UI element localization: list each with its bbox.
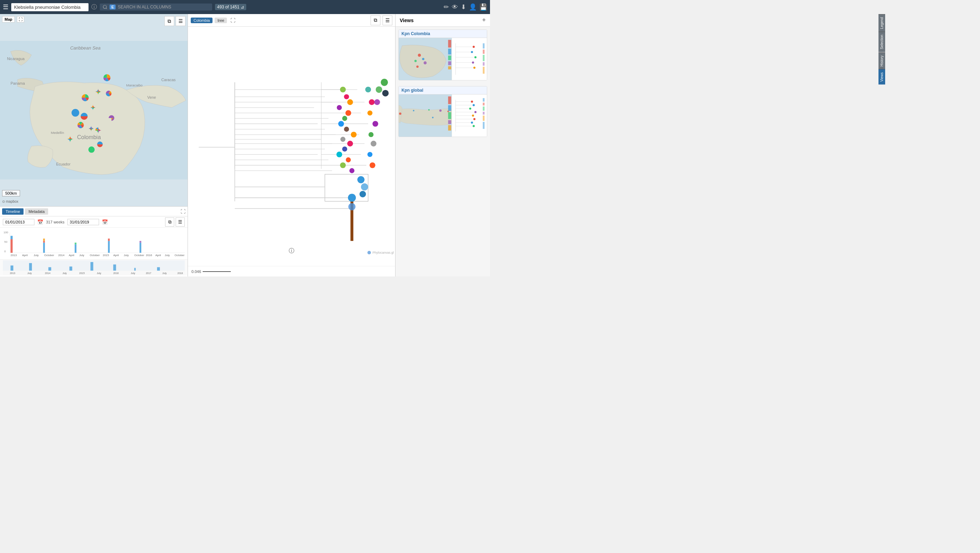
svg-point-122	[368, 152, 372, 157]
view-card-kpn-colombia[interactable]: Kpn Colombia	[398, 30, 487, 80]
svg-text:July: July	[97, 272, 101, 275]
svg-rect-30	[140, 241, 141, 243]
phylocanvas-logo: Phylocanvas.gl	[367, 250, 394, 255]
svg-point-116	[365, 87, 371, 92]
svg-rect-171	[448, 96, 451, 104]
map-menu-btn[interactable]: ☰	[176, 16, 186, 26]
tree-sliders-btn[interactable]: ⧉	[371, 16, 380, 25]
info-icon[interactable]: ⓘ	[91, 3, 97, 11]
end-date-input[interactable]	[67, 219, 99, 225]
svg-text:Maracaibo: Maracaibo	[126, 83, 143, 87]
svg-rect-175	[448, 125, 451, 130]
timeline-menu-btn[interactable]: ☰	[176, 217, 185, 226]
svg-text:Caribbean Sea: Caribbean Sea	[70, 45, 101, 51]
end-date-calendar-icon[interactable]: 📅	[102, 219, 108, 225]
svg-point-124	[357, 176, 364, 183]
user-icon[interactable]: 👤	[469, 3, 477, 11]
svg-point-110	[347, 141, 353, 147]
svg-point-130	[348, 203, 356, 210]
svg-text:July: July	[27, 272, 32, 275]
svg-text:Ecuador: Ecuador	[56, 162, 71, 166]
svg-point-192	[473, 125, 474, 127]
svg-point-103	[337, 105, 342, 110]
tree-tag[interactable]: tree	[215, 18, 227, 23]
eye-icon[interactable]: 👁	[452, 3, 458, 11]
add-view-btn[interactable]: +	[482, 16, 486, 24]
svg-rect-49	[11, 266, 13, 271]
tab-timeline[interactable]: Timeline	[2, 208, 24, 215]
timeline-expand-btn[interactable]: ⛶	[181, 209, 186, 214]
filter-icon[interactable]: ⊿	[240, 5, 244, 10]
svg-point-129	[348, 194, 356, 202]
svg-point-109	[340, 137, 345, 142]
svg-point-133	[381, 79, 388, 86]
svg-text:July: July	[62, 272, 67, 275]
svg-point-188	[474, 111, 476, 113]
svg-point-119	[372, 121, 378, 126]
view-card-kpn-global[interactable]: Kpn global	[398, 86, 487, 137]
svg-rect-162	[483, 62, 484, 66]
map-expand-btn[interactable]: ⛶	[17, 16, 24, 22]
map-sliders-btn[interactable]: ⧉	[164, 16, 174, 26]
svg-text:October: October	[44, 253, 54, 257]
svg-text:October: October	[90, 253, 100, 257]
map-scale: 500km	[2, 190, 20, 196]
svg-text:Nicaragua: Nicaragua	[7, 57, 25, 61]
svg-point-137	[418, 54, 421, 57]
svg-rect-27	[108, 241, 110, 253]
edit-icon[interactable]: ✏	[444, 3, 449, 11]
colombia-tag[interactable]: Colombia	[191, 18, 213, 23]
svg-text:0: 0	[4, 250, 6, 253]
svg-rect-161	[483, 55, 484, 61]
svg-rect-25	[75, 244, 76, 253]
svg-line-1	[106, 8, 107, 9]
map-label[interactable]: Map	[2, 16, 15, 22]
svg-rect-195	[483, 107, 484, 111]
svg-text:October: October	[134, 253, 144, 257]
timeline-sliders-btn[interactable]: ⧉	[165, 217, 174, 226]
menu-icon[interactable]: ☰	[3, 3, 8, 11]
svg-point-123	[369, 162, 375, 168]
svg-text:July: July	[34, 253, 39, 257]
search-input[interactable]	[118, 5, 174, 10]
svg-point-185	[471, 100, 473, 103]
svg-rect-56	[157, 267, 160, 271]
svg-rect-143	[448, 49, 451, 54]
svg-text:50: 50	[4, 240, 8, 244]
svg-text:Caracas: Caracas	[161, 78, 176, 82]
svg-point-100	[340, 87, 346, 92]
svg-text:Colombia: Colombia	[77, 134, 101, 140]
title-input[interactable]	[11, 3, 89, 11]
svg-point-132	[374, 99, 380, 105]
svg-point-104	[345, 110, 351, 116]
download-icon[interactable]: ⬇	[461, 3, 466, 11]
svg-text:April: April	[113, 253, 119, 257]
tree-scale-label: 0.046	[191, 269, 201, 274]
svg-point-156	[472, 62, 474, 64]
svg-rect-163	[483, 67, 484, 74]
tree-info-icon[interactable]: ⓘ	[289, 247, 294, 255]
tree-expand-btn[interactable]: ⛶	[231, 18, 235, 23]
tree-scale-footer: 0.046	[188, 266, 395, 276]
svg-point-191	[471, 121, 473, 124]
svg-point-112	[337, 151, 342, 157]
tab-metadata[interactable]: Metadata	[25, 208, 48, 215]
svg-text:2017: 2017	[146, 272, 151, 274]
svg-point-140	[423, 62, 427, 65]
tree-menu-btn[interactable]: ☰	[382, 16, 392, 25]
svg-point-117	[369, 99, 374, 105]
svg-rect-194	[483, 103, 484, 105]
start-date-input[interactable]	[3, 219, 34, 225]
svg-point-121	[371, 141, 376, 147]
svg-point-187	[469, 107, 471, 110]
svg-rect-28	[108, 239, 110, 241]
svg-rect-159	[483, 43, 484, 48]
svg-point-101	[344, 94, 349, 99]
svg-point-114	[340, 162, 346, 168]
svg-rect-23	[43, 241, 45, 243]
views-title: Views	[400, 18, 482, 23]
start-date-calendar-icon[interactable]: 📅	[37, 219, 43, 225]
search-section: E	[100, 3, 212, 11]
svg-point-106	[338, 121, 344, 126]
save-icon[interactable]: 💾	[479, 3, 487, 11]
